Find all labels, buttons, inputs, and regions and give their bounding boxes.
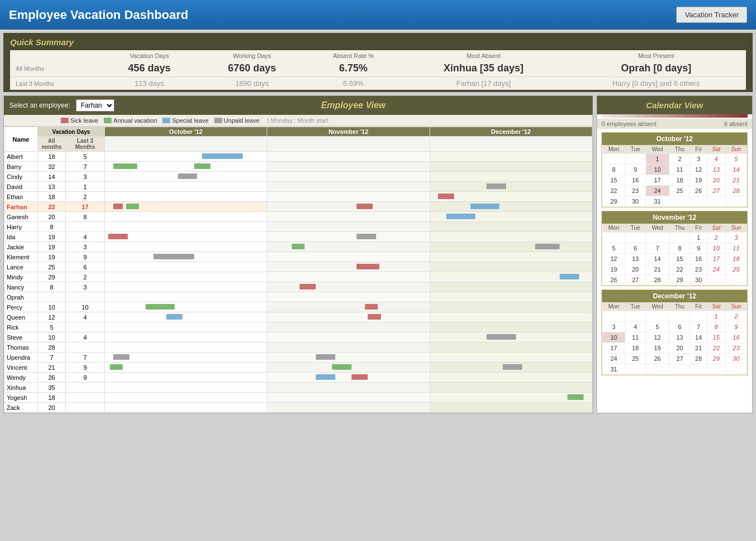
calendar-day — [670, 364, 690, 375]
calendar-week-row: 31 — [603, 364, 747, 375]
qs-col-most-absent: Most Absent — [401, 50, 566, 60]
gantt-nov — [267, 332, 430, 342]
calendar-day: 2 — [670, 154, 690, 165]
employee-all-months: 8 — [38, 222, 66, 232]
qs-allmonths-mostpresent: Oprah [0 days] — [566, 60, 746, 77]
calendar-day: 8 — [670, 243, 690, 254]
calendar-day: 21 — [646, 264, 670, 275]
calendar-day: 11 — [725, 243, 747, 254]
employee-all-months: 29 — [38, 272, 66, 282]
legend-unpaid-label: Unpaid leave — [224, 117, 259, 124]
calendar-view-title: Calendar View — [597, 96, 752, 114]
gantt-nov — [267, 222, 430, 232]
employee-name: Klement — [4, 252, 38, 262]
gantt-bar — [300, 284, 316, 289]
employee-tbody: Albert 18 5 Barry 32 7 Cindy 14 3 — [4, 152, 593, 413]
calendar-day: 21 — [725, 175, 747, 186]
calendar-month: December '12MonTueWedThuFriSatSun1234567… — [601, 289, 748, 375]
gantt-nov — [267, 252, 430, 262]
employee-all-months: 18 — [38, 152, 66, 162]
qs-last3-vacation: 113 days — [100, 77, 198, 90]
calendar-day: 28 — [646, 275, 670, 286]
calendar-day: 1 — [646, 154, 670, 165]
calendar-day: 17 — [603, 343, 625, 354]
calendar-day: 27 — [625, 275, 646, 286]
table-row: Queen 12 4 — [4, 312, 593, 322]
cal-day-header: Mon — [603, 302, 625, 311]
calendar-day: 7 — [690, 322, 707, 332]
calendar-day: 22 — [707, 343, 725, 354]
gantt-oct — [105, 312, 267, 322]
gantt-dec — [430, 282, 592, 292]
th-dec: December '12 — [430, 127, 592, 137]
calendar-day: 8 — [603, 165, 625, 175]
gantt-oct — [105, 192, 267, 202]
calendar-day: 26 — [690, 186, 707, 196]
gantt-nov — [267, 292, 430, 302]
employee-all-months: 28 — [38, 342, 66, 352]
employee-select[interactable]: Farhan — [76, 99, 114, 112]
table-row: Wendy 26 9 — [4, 373, 593, 383]
calendar-day: 15 — [603, 175, 625, 186]
gantt-dec — [430, 322, 592, 332]
gantt-oct — [105, 332, 267, 342]
calendar-day: 23 — [625, 186, 646, 196]
table-row: Thomas 28 — [4, 342, 593, 352]
calendar-day: 21 — [690, 343, 707, 354]
gantt-nov — [267, 192, 430, 202]
th-vacation-days: Vacation Days — [38, 127, 105, 137]
calendar-day — [707, 275, 725, 286]
calendar-day: 23 — [725, 343, 747, 354]
employee-name: Ida — [4, 232, 38, 242]
gantt-oct — [105, 322, 267, 332]
employee-all-months: 14 — [38, 172, 66, 182]
calendar-day: 25 — [670, 186, 690, 196]
table-row: Lance 25 6 — [4, 262, 593, 272]
gantt-nov — [267, 162, 430, 172]
gantt-nov — [267, 403, 430, 413]
calendar-day: 20 — [707, 175, 725, 186]
calendar-day: 10 — [646, 165, 670, 175]
qs-last3-mostpresent: Harry [0 days] and 6 others — [566, 77, 746, 90]
calendar-day — [725, 275, 747, 286]
calendar-day: 2 — [725, 311, 747, 322]
calendar-day — [670, 196, 690, 207]
calendar-day — [707, 364, 725, 375]
calendar-day: 30 — [725, 354, 747, 364]
calendar-day: 22 — [670, 264, 690, 275]
calendar-day: 18 — [725, 254, 747, 264]
gantt-oct — [105, 393, 267, 403]
gantt-bar — [202, 153, 243, 159]
calendar-day: 24 — [707, 264, 725, 275]
calendar-day: 1 — [707, 311, 725, 322]
gantt-nov — [267, 272, 430, 282]
employee-name: Thomas — [4, 342, 38, 352]
cal-day-header: Tue — [625, 302, 646, 311]
table-row: David 13 1 — [4, 182, 593, 192]
vacation-tracker-button[interactable]: Vacation Tracker — [676, 7, 747, 23]
calendar-day: 13 — [625, 254, 646, 264]
employee-name: Nancy — [4, 282, 38, 292]
table-row: Upendra 7 7 — [4, 352, 593, 363]
gantt-nov — [267, 342, 430, 352]
calendar-day: 9 — [725, 322, 747, 332]
table-row: Ida 19 4 — [4, 232, 593, 242]
employee-name: Mindy — [4, 272, 38, 282]
employee-all-months: 32 — [38, 162, 66, 172]
employee-name: Vincent — [4, 363, 38, 373]
gantt-bar — [194, 163, 210, 169]
calendar-day: 19 — [690, 175, 707, 186]
calendar-grid: MonTueWedThuFriSatSun1235678910111213141… — [602, 224, 747, 286]
calendar-week-row: 2627282930 — [603, 275, 747, 286]
quick-summary-title: Quick Summary — [10, 37, 746, 47]
calendar-week-row: 12131415161718 — [603, 254, 747, 264]
gantt-nov — [267, 282, 430, 292]
gantt-nov — [267, 232, 430, 242]
legend-separator: | Monday : Month start — [267, 117, 328, 124]
calendar-day — [646, 364, 670, 375]
th-nov-gantt — [267, 137, 430, 152]
employee-name: Harry — [4, 222, 38, 232]
gantt-oct — [105, 262, 267, 272]
gantt-nov — [267, 302, 430, 312]
calendar-month-header: December '12 — [602, 290, 747, 302]
